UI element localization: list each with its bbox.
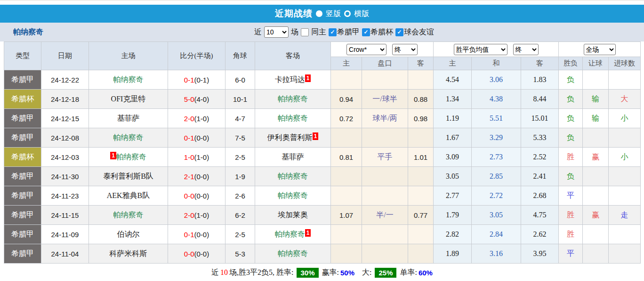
handicap-cell: 半/一 xyxy=(362,206,408,225)
score-cell: 0-1(0-0) xyxy=(168,128,225,148)
avg-home-odds-cell: 1.89 xyxy=(434,244,472,264)
horizontal-layout-radio[interactable] xyxy=(344,10,351,17)
corner-cell: 2-5 xyxy=(225,225,255,244)
team-name[interactable]: 基菲萨 xyxy=(117,114,140,122)
team-name[interactable]: 帕纳察奇 xyxy=(116,153,146,161)
odds-time-select[interactable]: 终 xyxy=(392,44,418,55)
team-name[interactable]: 科萨米科斯 xyxy=(110,249,147,257)
home-team-cell: 基菲萨 xyxy=(89,109,168,128)
avg-home-odds-cell: 1.19 xyxy=(434,109,472,128)
odds-source-select[interactable]: Crow* xyxy=(346,44,386,55)
league-cell: 希腊甲 xyxy=(4,186,41,206)
date-cell: 24-12-15 xyxy=(41,109,89,128)
wdl-result-cell: 平 xyxy=(559,186,583,206)
team-name[interactable]: AEK雅典B队 xyxy=(107,191,150,199)
team-name[interactable]: 卡拉玛达 xyxy=(275,75,305,83)
team-name[interactable]: 埃加莱奥 xyxy=(278,211,308,219)
avg-draw-odds-cell: 5.51 xyxy=(472,109,521,128)
avg-time-select[interactable]: 终 xyxy=(513,44,539,55)
avg-odds-select[interactable]: 胜平负均值 xyxy=(454,44,507,55)
home-team-cell: 帕纳察奇 xyxy=(89,206,168,225)
avg-draw-odds-cell: 3.06 xyxy=(472,70,521,90)
header-home: 主场 xyxy=(89,42,168,70)
team-name[interactable]: 帕纳察奇 xyxy=(278,114,308,122)
crow-away-odds-cell: 0.77 xyxy=(408,206,434,225)
avg-draw-odds-cell: 3.29 xyxy=(472,128,521,148)
league-checkbox[interactable]: ✓ xyxy=(362,28,370,36)
away-team-cell: 帕纳察奇 xyxy=(255,109,331,128)
date-cell: 24-11-30 xyxy=(41,167,89,186)
header-score: 比分(半场) xyxy=(168,42,225,70)
away-team-cell: 帕纳察奇 xyxy=(255,244,331,264)
crow-away-odds-cell xyxy=(408,186,434,206)
score-cell: 0-1(0-1) xyxy=(168,70,225,90)
table-row: 希腊甲24-11-30泰利普利斯B队2-1(0-0)1-9帕纳察奇3.052.8… xyxy=(4,167,641,186)
team-name[interactable]: OFI克里特 xyxy=(111,95,146,103)
league-cell: 希腊甲 xyxy=(4,244,41,264)
recent-count-select[interactable]: 10 xyxy=(264,26,289,38)
same-home-checkbox[interactable] xyxy=(301,28,309,36)
league-checkbox[interactable]: ✓ xyxy=(329,28,337,36)
wdl-result-cell: 胜 xyxy=(559,148,583,167)
horizontal-layout-label[interactable]: 横版 xyxy=(354,9,369,19)
table-row: 希腊甲24-11-23AEK雅典B队0-0(0-0)2-6帕纳察奇2.772.7… xyxy=(4,186,641,206)
team-name[interactable]: 帕纳察奇 xyxy=(113,133,144,141)
score-cell: 2-0(1-0) xyxy=(168,109,225,128)
crow-home-odds-cell: 1.07 xyxy=(331,206,362,225)
team-name[interactable]: 帕纳察奇 xyxy=(278,172,308,180)
results-tbody: 希腊甲24-12-22帕纳察奇0-1(0-1)6-0卡拉玛达14.543.061… xyxy=(4,70,641,264)
wdl-result-cell: 胜 xyxy=(559,225,583,244)
corner-cell: 2-5 xyxy=(225,148,255,167)
goals-result-cell: 大 xyxy=(609,90,641,109)
team-name[interactable]: 帕纳察奇 xyxy=(113,211,144,219)
table-row: 希腊甲24-11-09伯讷尔0-1(0-0)2-5帕纳察奇12.822.842.… xyxy=(4,225,641,244)
avg-away-odds-cell: 2.68 xyxy=(521,186,559,206)
over-rate-label: 大: xyxy=(362,268,371,278)
team-name[interactable]: 伯讷尔 xyxy=(117,230,140,238)
vertical-layout-radio[interactable] xyxy=(316,10,322,17)
avg-home-odds-cell: 4.54 xyxy=(434,70,472,90)
crow-home-odds-cell xyxy=(331,70,362,90)
top-strip xyxy=(0,0,644,5)
header-away: 客场 xyxy=(255,42,331,70)
home-team-cell: 泰利普利斯B队 xyxy=(89,167,168,186)
team-name[interactable]: 帕纳察奇 xyxy=(278,95,308,103)
scope-select[interactable]: 全场 xyxy=(584,44,616,55)
team-name[interactable]: 基菲萨 xyxy=(282,153,304,161)
wdl-result-cell: 负 xyxy=(559,109,583,128)
results-table: 类型 日期 主场 比分(半场) 角球 客场 Crow* 终 胜平负均值 终 xyxy=(4,41,641,264)
goals-result-cell: 小 xyxy=(609,148,641,167)
avg-away-odds-cell: 2.52 xyxy=(521,148,559,167)
vertical-layout-label[interactable]: 竖版 xyxy=(326,9,341,19)
league-cell: 希腊杯 xyxy=(4,148,41,167)
home-team-cell: 科萨米科斯 xyxy=(89,244,168,264)
avg-draw-odds-cell: 2.73 xyxy=(472,148,521,167)
subheader-let-goal: 让球 xyxy=(583,57,609,70)
date-cell: 24-12-22 xyxy=(41,70,89,90)
league-filter-label: 希腊甲 xyxy=(337,27,360,37)
table-row: 希腊杯24-12-18OFI克里特5-0(4-0)10-1帕纳察奇0.94一/球… xyxy=(4,90,641,109)
avg-draw-odds-cell: 3.05 xyxy=(472,206,521,225)
team-name[interactable]: 泰利普利斯B队 xyxy=(103,172,153,180)
avg-draw-odds-cell: 4.38 xyxy=(472,90,521,109)
league-checkbox[interactable]: ✓ xyxy=(395,28,403,36)
header-date: 日期 xyxy=(41,42,89,70)
goals-result-cell: 走 xyxy=(609,206,641,225)
handicap-result-cell: 输 xyxy=(583,90,609,109)
handicap-result-cell xyxy=(583,70,609,90)
win-rate-badge: 30% xyxy=(297,268,318,278)
team-name[interactable]: 帕纳察奇 xyxy=(278,249,308,257)
avg-away-odds-cell: 1.83 xyxy=(521,70,559,90)
team-name[interactable]: 帕纳察奇 xyxy=(275,230,305,238)
wdl-result-cell: 负 xyxy=(559,128,583,148)
scope-header: 全场 xyxy=(559,42,641,57)
team-name[interactable]: 帕纳察奇 xyxy=(278,191,308,199)
goals-result-cell xyxy=(609,225,641,244)
team-name[interactable]: 伊利奥普利斯 xyxy=(267,133,313,141)
red-1-badge: 1 xyxy=(305,229,311,237)
team-name[interactable]: 帕纳察奇 xyxy=(113,75,144,83)
table-row: 希腊甲24-11-15帕纳察奇2-0(1-0)6-2埃加莱奥1.07半/一0.7… xyxy=(4,206,641,225)
league-cell: 希腊杯 xyxy=(4,90,41,109)
date-cell: 24-11-15 xyxy=(41,206,89,225)
handicap-cell xyxy=(362,70,408,90)
